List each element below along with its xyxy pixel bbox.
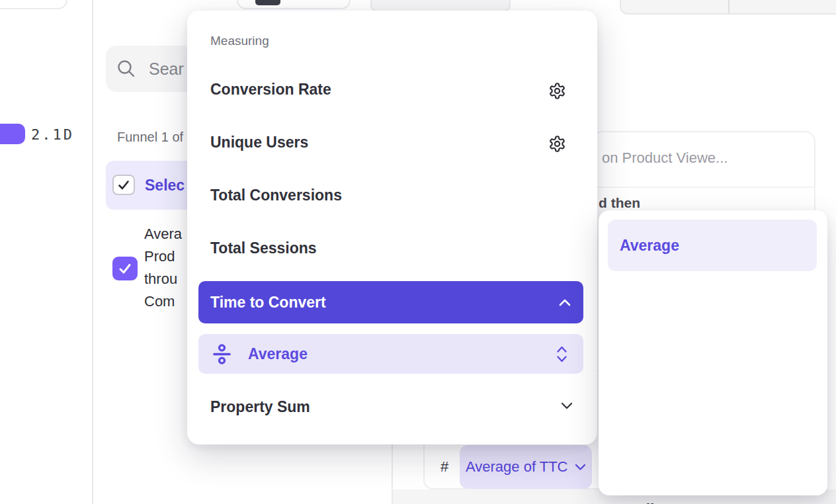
time-to-convert-label: Time to Convert bbox=[210, 281, 326, 323]
top-left-card-fragment bbox=[0, 0, 67, 9]
menu-item-property-sum[interactable]: Property Sum bbox=[210, 398, 310, 416]
step-description-line: Prod bbox=[144, 248, 188, 268]
menu-item-time-to-convert[interactable]: Time to Convert bbox=[198, 281, 583, 323]
metric-chip-label: Average of TTC bbox=[466, 445, 567, 489]
search-icon bbox=[116, 59, 136, 79]
measuring-dropdown-menu: Measuring Conversion Rate Unique Users T… bbox=[187, 11, 597, 444]
selected-event-label: Selec bbox=[145, 177, 185, 194]
and-then-label: d then bbox=[599, 195, 640, 211]
up-down-selector-icon bbox=[556, 345, 567, 363]
checkmark-icon bbox=[117, 179, 130, 191]
aggregation-dropdown-menu: Average Median Percentile Minimum Maximu… bbox=[599, 210, 827, 495]
menu-item-conversion-rate[interactable]: Conversion Rate bbox=[210, 81, 331, 99]
numeric-type-label: # bbox=[440, 458, 448, 476]
step-description-line: Com bbox=[144, 293, 188, 313]
toolbar-button-fragment[interactable] bbox=[255, 0, 280, 5]
chevron-up-icon bbox=[559, 299, 571, 306]
step-checkbox[interactable] bbox=[112, 257, 138, 280]
app-screen: 2.1D Sear Funnel 1 of Selec Avera Prod t… bbox=[0, 0, 836, 504]
step-description-line: throu bbox=[144, 271, 188, 290]
search-value: Sear bbox=[149, 46, 184, 92]
menu-section-label: Measuring bbox=[210, 34, 269, 48]
funnel-step-label: Funnel 1 of bbox=[117, 130, 183, 145]
event-name-label[interactable]: on Product Viewe... bbox=[602, 149, 728, 167]
menu-item-total-sessions[interactable]: Total Sessions bbox=[210, 239, 317, 257]
agg-item-average[interactable]: Average bbox=[608, 220, 817, 271]
submenu-item-average[interactable]: Average bbox=[198, 334, 583, 374]
chevron-down-icon bbox=[575, 464, 586, 471]
gear-icon[interactable] bbox=[548, 135, 566, 153]
chevron-down-icon bbox=[561, 402, 573, 409]
agg-item-median[interactable]: Median bbox=[620, 501, 672, 504]
segmented-control-divider bbox=[728, 0, 730, 13]
report-color-badge[interactable] bbox=[0, 124, 25, 144]
card-divider bbox=[593, 187, 815, 188]
top-toolbar-card-fragment bbox=[237, 0, 351, 9]
menu-item-total-conversions[interactable]: Total Conversions bbox=[210, 187, 342, 204]
checkmark-icon bbox=[118, 263, 132, 275]
step-description-line: Avera bbox=[144, 226, 188, 245]
report-badge-label: 2.1D bbox=[31, 126, 74, 143]
agg-average-label: Average bbox=[620, 220, 679, 271]
event-checkbox[interactable] bbox=[112, 175, 135, 195]
average-icon bbox=[211, 343, 233, 365]
gear-icon[interactable] bbox=[548, 82, 566, 100]
menu-item-unique-users[interactable]: Unique Users bbox=[210, 134, 308, 151]
left-panel-divider bbox=[92, 0, 93, 504]
average-submenu-label: Average bbox=[248, 334, 308, 374]
